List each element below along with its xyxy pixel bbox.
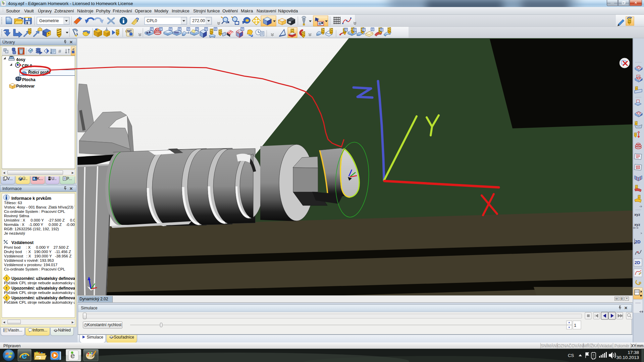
svg-text:e: e bbox=[21, 350, 27, 361]
svg-text:xyz: xyz bbox=[634, 213, 640, 217]
svg-text:1: 1 bbox=[574, 323, 576, 328]
svg-text:Geometrie: Geometrie bbox=[39, 18, 59, 23]
svg-text:2D: 2D bbox=[635, 239, 641, 244]
svg-text:30.10.2013: 30.10.2013 bbox=[616, 355, 639, 360]
svg-text:?: ? bbox=[136, 17, 139, 23]
svg-text:2D: 2D bbox=[635, 260, 640, 265]
svg-text:17:38: 17:38 bbox=[628, 350, 639, 355]
svg-text:#: # bbox=[58, 48, 61, 54]
svg-text:!: ! bbox=[6, 277, 7, 281]
svg-text:CS: CS bbox=[568, 353, 574, 358]
svg-text:xyz: xyz bbox=[634, 223, 640, 227]
svg-text:272.00: 272.00 bbox=[192, 18, 205, 23]
svg-text:CPL0: CPL0 bbox=[147, 18, 157, 23]
svg-text:NC: NC bbox=[127, 29, 132, 33]
